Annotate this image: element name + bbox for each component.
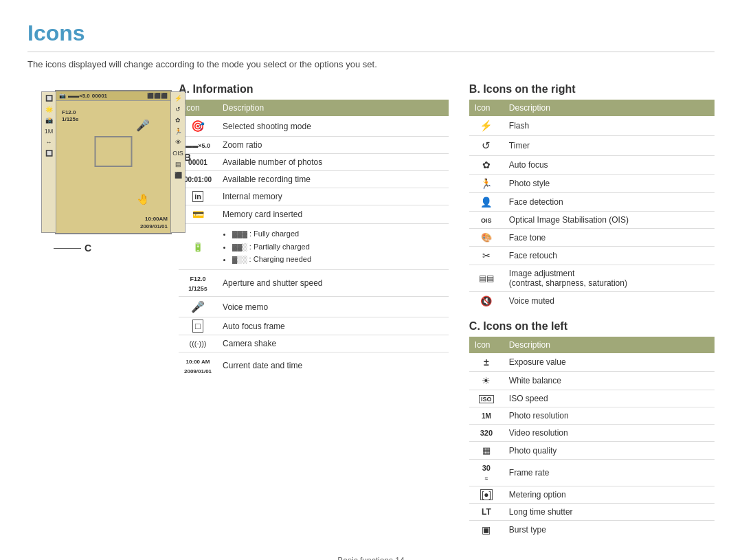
section-b-title: B. Icons on the right [469, 83, 715, 96]
table-row: 30≈ Frame rate [469, 460, 715, 486]
camera-diagram: A B 🔲 🌟 📸 1M ↔ 🔲 ⚡ [27, 83, 165, 539]
table-row: 👤 Face detection [469, 193, 715, 212]
page-title: Icons [27, 21, 715, 52]
table-row: 🏃 Photo style [469, 175, 715, 193]
col-desc-header-b: Description [504, 100, 715, 116]
table-row: 🎯 Selected shooting mode [179, 116, 449, 137]
camera-right-strip: ⚡ ↺ ✿ 🏃 👁 OIS ▤ ⬛ [170, 91, 186, 233]
section-c-title: C. Icons on the left [469, 320, 715, 333]
table-row: ✂ Face retouch [469, 247, 715, 265]
camera-fstop: F12.0 1/125s [62, 109, 78, 124]
section-c-table: Icon Description ± Exposure value ☀ [469, 337, 715, 539]
label-c-container: C [54, 243, 91, 254]
table-row: 🎤 Voice memo [179, 297, 449, 317]
page-subtitle: The icons displayed will change accordin… [27, 59, 715, 69]
table-row: OIS Optical Image Stabilisation (OIS) [469, 212, 715, 229]
label-c: C [85, 243, 91, 254]
table-row: F12.01/125s Aperture and shutter speed [179, 270, 449, 297]
camera-screen: 🔲 🌟 📸 1M ↔ 🔲 ⚡ ↺ ✿ 🏃 👁 OIS ▤ ⬛ [55, 90, 172, 234]
table-row: ▦ Photo quality [469, 442, 715, 460]
table-row: ↺ Timer [469, 136, 715, 156]
page-footer: Basic functions 14 [27, 552, 715, 560]
table-row: □ Auto focus frame [179, 317, 449, 335]
col-desc-header-a: Description [217, 100, 449, 116]
table-row: ± Exposure value [469, 353, 715, 372]
table-row: 1M Photo resolution [469, 407, 715, 425]
table-row: 🔇 Voice muted [469, 292, 715, 311]
table-row: LT Long time shutter [469, 504, 715, 521]
camera-mic-icon: 🎤 [136, 119, 150, 132]
table-row: ▬▬×5.0 Zoom ratio [179, 137, 449, 154]
table-row: 00001 Available number of photos [179, 154, 449, 171]
section-b-table: Icon Description ⚡ Flash ↺ Timer [469, 100, 715, 310]
section-a-table: Icon Description 🎯 Selected shooting mod… [179, 100, 449, 379]
col-icon-header-c: Icon [469, 337, 504, 353]
table-row: 10:00 AM2009/01/01 Current date and time [179, 352, 449, 379]
table-row: [●] Metering option [469, 486, 715, 504]
table-row: 320 Video resolution [469, 425, 715, 442]
col-desc-header-c: Description [504, 337, 715, 353]
tables-section: A. Information Icon Description 🎯 Select… [179, 83, 715, 539]
camera-datetime: 10:00AM 2009/01/01 [140, 215, 168, 230]
section-b: B. Icons on the right Icon Description ⚡… [469, 83, 715, 539]
table-row: ☀ White balance [469, 372, 715, 390]
camera-left-strip: 🔲 🌟 📸 1M ↔ 🔲 [41, 91, 56, 233]
table-row: 00:01:00 Available recording time [179, 171, 449, 188]
section-c: C. Icons on the left Icon Description ± … [469, 320, 715, 539]
table-row: in Internal memory [179, 188, 449, 205]
camera-top-bar: 📷 ▬▬×5.0 00001 ⬛⬛⬛ [56, 91, 170, 101]
table-row battery-row: 🔋 ▓▓▓ : Fully charged ▓▓░ : Partially ch… [179, 224, 449, 270]
camera-focus-frame [95, 136, 133, 167]
table-row: (((·))) Camera shake [179, 335, 449, 352]
table-row: 💳 Memory card inserted [179, 205, 449, 224]
table-row: 🎨 Face tone [469, 229, 715, 247]
table-row: ✿ Auto focus [469, 156, 715, 175]
table-row: ⚡ Flash [469, 116, 715, 136]
table-row: ISO ISO speed [469, 390, 715, 407]
table-row: ▤▤ Image adjustment(contrast, sharpness,… [469, 265, 715, 292]
section-a: A. Information Icon Description 🎯 Select… [179, 83, 449, 539]
table-row: ▣ Burst type [469, 521, 715, 539]
col-icon-header-b: Icon [469, 100, 504, 116]
section-a-title: A. Information [179, 83, 449, 96]
camera-shake-icon: 🤚 [137, 193, 150, 205]
